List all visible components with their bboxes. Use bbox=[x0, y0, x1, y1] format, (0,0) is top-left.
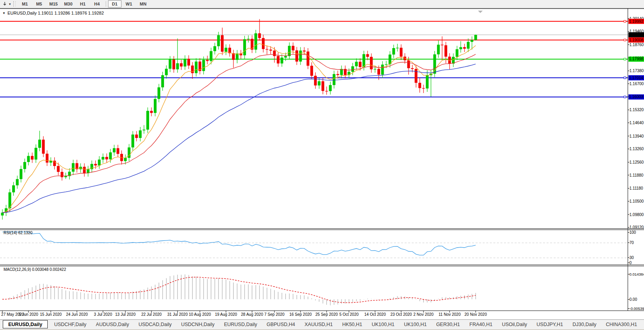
chart-tab-uk100-h1[interactable]: UK100,H1 bbox=[368, 320, 399, 329]
candle-down bbox=[303, 50, 306, 51]
candle-up bbox=[385, 64, 388, 65]
candle-down bbox=[336, 74, 339, 75]
macd-axis-label: -0.00539 bbox=[629, 306, 644, 311]
candle-up bbox=[124, 158, 127, 161]
chart-tab-hk50-h1[interactable]: HK50,H1 bbox=[338, 320, 367, 329]
candle-down bbox=[407, 60, 410, 68]
pane-separator[interactable] bbox=[0, 266, 644, 266]
pane-separator[interactable] bbox=[0, 229, 644, 230]
chart-cursor-icon[interactable] bbox=[2, 1, 8, 7]
date-axis-label: 3 Jul 2020 bbox=[94, 312, 112, 317]
candle-up bbox=[254, 34, 257, 50]
candle-up bbox=[437, 45, 440, 54]
toolbar-separator bbox=[106, 1, 106, 7]
title-marker-icon: ▼ bbox=[2, 11, 6, 15]
chart-tab-usoil-h1[interactable]: USOil,H1 bbox=[642, 320, 644, 329]
price-axis-label: 1.17380 bbox=[629, 69, 644, 73]
candle-up bbox=[143, 130, 146, 131]
candle-up bbox=[184, 59, 187, 67]
rsi-axis-label: 30 bbox=[629, 255, 634, 260]
candle-down bbox=[314, 76, 317, 86]
chart-tab-xauusd-h1[interactable]: XAUUSD,H1 bbox=[300, 320, 337, 329]
date-axis-label: 5 Oct 2020 bbox=[339, 312, 358, 317]
main-pane bbox=[0, 19, 628, 220]
price-axis-label: 1.14640 bbox=[629, 121, 644, 125]
date-axis-label: 28 Aug 2020 bbox=[241, 312, 263, 317]
candle-down bbox=[400, 48, 403, 57]
candle-up bbox=[374, 69, 377, 69]
chart-tab-fra40-h1[interactable]: FRA40,H1 bbox=[465, 320, 497, 329]
chart-tab-uk100-h1[interactable]: UK100,H1 bbox=[399, 320, 431, 329]
candle-up bbox=[102, 157, 105, 160]
candle-down bbox=[57, 166, 60, 172]
candle-down bbox=[444, 45, 447, 57]
timeframe-button-h4[interactable]: H4 bbox=[90, 0, 104, 7]
chart-tab-usdchf-daily[interactable]: USDCHF,Daily bbox=[50, 320, 91, 329]
price-tag-text: 1.17998 bbox=[629, 57, 644, 61]
timeframe-button-mn[interactable]: MN bbox=[136, 0, 150, 7]
price-chart-canvas[interactable]: 1.201401.194601.187601.180601.173801.167… bbox=[0, 8, 644, 318]
macd-indicator-label: MACD(12,26,9) 0.003048 0.002422 bbox=[4, 267, 66, 272]
chart-tab-dj30-daily[interactable]: DJ30,Daily bbox=[568, 320, 601, 329]
date-axis-label: 31 Jul 2020 bbox=[167, 312, 188, 317]
line-anchor-marker bbox=[624, 77, 626, 79]
date-axis-label: 19 Aug 2020 bbox=[215, 312, 237, 317]
candle-up bbox=[455, 49, 458, 57]
candle-down bbox=[292, 46, 295, 50]
rsi-indicator-label: RSI(14) 62.1320 bbox=[4, 231, 32, 235]
candle-up bbox=[113, 148, 116, 153]
date-axis-label: 10 Aug 2020 bbox=[189, 312, 211, 317]
candle-down bbox=[221, 35, 224, 52]
candle-down bbox=[306, 52, 309, 66]
timeframe-button-w1[interactable]: W1 bbox=[122, 0, 136, 7]
line-anchor-marker bbox=[624, 96, 626, 98]
chart-tab-eurusd-daily[interactable]: EURUSD,Daily bbox=[3, 320, 48, 328]
candle-up bbox=[161, 75, 164, 88]
candle-up bbox=[280, 58, 283, 63]
timeframe-button-m1[interactable]: M1 bbox=[18, 0, 32, 7]
timeframe-button-d1[interactable]: D1 bbox=[108, 0, 121, 7]
price-tag-text: 1.19992 bbox=[629, 19, 644, 24]
pane-separator[interactable] bbox=[0, 228, 644, 229]
chart-tab-usoil-daily[interactable]: USOil,Daily bbox=[498, 320, 532, 329]
chart-tab-eurusd-daily[interactable]: EURUSD,Daily bbox=[220, 320, 261, 329]
ma-line-fast bbox=[2, 44, 476, 213]
toolbar-dropdown-caret[interactable]: ▾ bbox=[8, 2, 12, 6]
candle-up bbox=[318, 81, 321, 86]
rsi-line bbox=[2, 232, 476, 255]
timeframe-button-h1[interactable]: H1 bbox=[76, 0, 90, 7]
line-anchor-marker bbox=[624, 21, 626, 22]
chart-tab-ger30-h1[interactable]: GER30,H1 bbox=[432, 320, 464, 329]
pane-separator[interactable] bbox=[0, 265, 644, 265]
candle-up bbox=[38, 140, 41, 148]
candle-up bbox=[98, 160, 101, 166]
candle-up bbox=[474, 35, 477, 40]
top-toolbar: ▾ M1M5M15M30H1H4D1W1MN bbox=[0, 0, 644, 8]
date-axis-label: 2 Nov 2020 bbox=[413, 312, 434, 317]
chart-tab-china300-h1[interactable]: CHINA300,H1 bbox=[601, 320, 641, 329]
candle-up bbox=[467, 42, 470, 48]
candle-down bbox=[262, 38, 265, 49]
price-axis-label: 1.13940 bbox=[629, 134, 644, 138]
timeframe-button-m30[interactable]: M30 bbox=[61, 0, 75, 7]
candle-down bbox=[172, 60, 175, 69]
rsi-pane bbox=[0, 232, 628, 258]
price-axis-label: 1.09120 bbox=[629, 225, 644, 229]
line-anchor-marker bbox=[624, 39, 626, 41]
chart-tab-usdcad-daily[interactable]: USDCAD,Daily bbox=[134, 320, 176, 329]
timeframe-button-m15[interactable]: M15 bbox=[47, 0, 60, 7]
chart-tab-gbpusd-h4[interactable]: GBPUSD,H4 bbox=[262, 320, 299, 329]
chart-title-text: EURUSD,Daily 1.19011 1.19286 1.18976 1.1… bbox=[7, 11, 104, 15]
candle-up bbox=[470, 40, 473, 42]
chart-tab-usdcnh-daily[interactable]: USDCNH,Daily bbox=[177, 320, 219, 329]
candle-up bbox=[426, 75, 429, 89]
toolbar-grip[interactable] bbox=[13, 1, 16, 7]
candle-up bbox=[72, 163, 75, 172]
chart-area[interactable]: 1.201401.194601.187601.180601.173801.167… bbox=[0, 8, 644, 318]
timeframe-button-m5[interactable]: M5 bbox=[32, 0, 46, 7]
chart-tab-audusd-daily[interactable]: AUDUSD,Daily bbox=[91, 320, 133, 329]
candle-up bbox=[109, 152, 112, 159]
candle-up bbox=[202, 60, 205, 71]
chart-tab-usdjpy-h1[interactable]: USDJPY,H1 bbox=[532, 320, 567, 329]
date-axis-label: 14 Oct 2020 bbox=[364, 312, 386, 317]
